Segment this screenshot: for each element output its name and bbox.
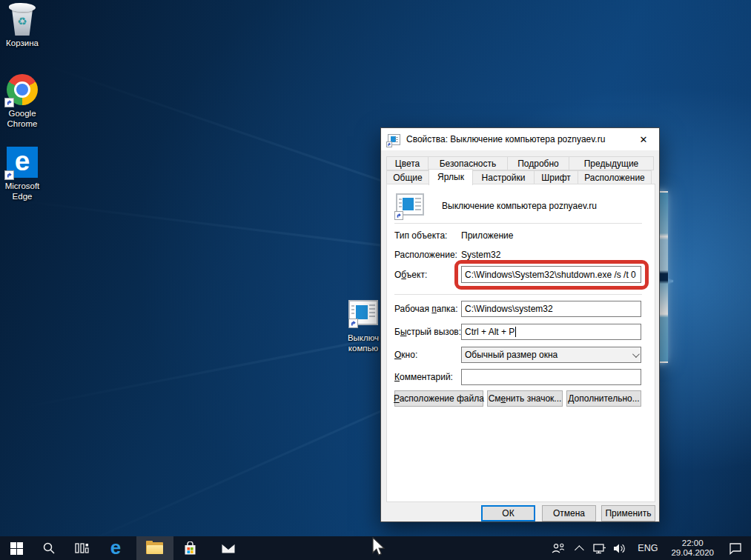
desktop-icon-recycle-bin[interactable]: ♻ Корзина: [0, 3, 46, 48]
shortcut-name: Выключение компьютера poznyaev.ru: [442, 201, 651, 211]
advanced-button[interactable]: Дополнительно...: [566, 390, 641, 407]
run-window-select[interactable]: Обычный размер окна: [461, 347, 641, 363]
change-icon-button[interactable]: Сменить значок...: [487, 390, 563, 407]
dialog-title-icon: [388, 134, 400, 145]
tab-colors[interactable]: Цвета: [386, 156, 429, 170]
task-view-icon: [75, 542, 89, 554]
file-explorer-icon: [146, 541, 164, 556]
dialog-title: Свойства: Выключение компьютера poznyaev…: [406, 134, 605, 144]
chevron-up-icon: [575, 545, 584, 555]
shortcut-arrow-icon: [4, 170, 14, 180]
network-button[interactable]: [590, 543, 609, 554]
desktop-icon-google-chrome[interactable]: Google Chrome: [0, 73, 46, 129]
text-caret: [515, 327, 516, 337]
volume-button[interactable]: [609, 543, 630, 554]
location-value: System32: [461, 250, 500, 260]
desktop-icon-microsoft-edge[interactable]: e Microsoft Edge: [0, 146, 46, 201]
search-icon: [42, 541, 56, 555]
taskbar: e: [0, 536, 751, 560]
target-label: Объект:: [394, 270, 427, 280]
people-icon: [551, 543, 566, 554]
properties-dialog: Свойства: Выключение компьютера poznyaev…: [380, 127, 660, 522]
edge-icon: e: [6, 146, 39, 179]
show-hidden-icons-button[interactable]: [571, 545, 590, 552]
volume-icon: [613, 543, 626, 554]
comment-input[interactable]: [461, 369, 641, 385]
taskbar-edge-button[interactable]: e: [99, 536, 132, 560]
date: 29.04.2020: [671, 548, 714, 558]
tab-row-back: Цвета Безопасность Подробно Предыдущие в…: [386, 156, 653, 170]
taskbar-file-explorer-button[interactable]: [136, 536, 173, 560]
tab-general[interactable]: Общие: [386, 170, 429, 184]
apply-button[interactable]: Применить: [601, 505, 655, 521]
chrome-icon: [6, 73, 39, 106]
icon-label: Google Chrome: [1, 108, 43, 129]
dialog-titlebar[interactable]: Свойства: Выключение компьютера poznyaev…: [381, 128, 659, 150]
open-file-location-button[interactable]: Расположение файла: [394, 390, 483, 407]
cancel-button[interactable]: Отмена: [542, 505, 596, 521]
location-label: Расположение:: [394, 250, 457, 260]
icon-label: Microsoft Edge: [0, 181, 44, 201]
tab-row-front: Общие Ярлык Настройки Шрифт Расположение: [386, 170, 651, 185]
recycle-bin-icon: ♻: [6, 3, 39, 36]
time: 22:00: [682, 539, 704, 548]
action-center-icon: [729, 542, 742, 555]
windows-logo-icon: [10, 542, 23, 555]
shortcut-arrow-icon: [4, 98, 14, 107]
edge-icon: e: [110, 538, 121, 557]
shortcut-tab-page: Выключение компьютера poznyaev.ru Тип об…: [386, 184, 655, 502]
tab-previous-versions[interactable]: Предыдущие версии: [569, 156, 654, 170]
working-folder-input[interactable]: C:\Windows\system32: [461, 301, 641, 317]
type-label: Тип объекта:: [394, 230, 447, 241]
tab-shortcut[interactable]: Ярлык: [429, 169, 473, 185]
shortcut-large-icon: [396, 193, 429, 223]
chevron-down-icon: [632, 350, 640, 358]
tab-font[interactable]: Шрифт: [534, 170, 578, 184]
action-center-button[interactable]: [720, 542, 751, 555]
language-indicator[interactable]: ENG: [630, 543, 665, 553]
start-button[interactable]: [0, 536, 33, 560]
separator: [394, 294, 642, 295]
app-window-icon: [347, 298, 380, 330]
people-button[interactable]: [546, 543, 571, 554]
shortcut-arrow-icon: [348, 319, 358, 328]
clock[interactable]: 22:00 29.04.2020: [665, 539, 720, 558]
close-icon[interactable]: ✕: [628, 128, 659, 150]
shortcut-key-input[interactable]: Ctrl + Alt + P: [461, 324, 641, 340]
mail-icon: [221, 543, 236, 554]
search-button[interactable]: [33, 536, 65, 560]
icon-label: Корзина: [0, 38, 46, 48]
comment-label: Комментарий:: [394, 372, 453, 382]
tab-layout[interactable]: Расположение: [578, 170, 652, 184]
shortcut-key-label: Быстрый вызов:: [394, 327, 461, 337]
system-tray: ENG 22:00 29.04.2020: [546, 536, 751, 560]
tab-details[interactable]: Подробно: [507, 156, 569, 170]
shortcut-arrow-icon: [386, 141, 392, 147]
working-folder-label: Рабочая папка:: [394, 304, 458, 314]
separator: [394, 223, 642, 224]
network-icon: [593, 543, 606, 554]
run-window-label: Окно:: [394, 350, 417, 360]
target-input[interactable]: C:\Windows\System32\shutdown.exe /s /t 0: [461, 266, 641, 283]
tab-options[interactable]: Настройки: [472, 170, 535, 184]
ok-button[interactable]: ОК: [481, 505, 535, 521]
task-view-button[interactable]: [65, 536, 98, 560]
taskbar-mail-button[interactable]: [212, 536, 245, 560]
microsoft-store-icon: [183, 541, 197, 556]
shortcut-arrow-icon: [394, 211, 403, 220]
taskbar-store-button[interactable]: [173, 536, 206, 560]
type-value: Приложение: [461, 230, 513, 241]
